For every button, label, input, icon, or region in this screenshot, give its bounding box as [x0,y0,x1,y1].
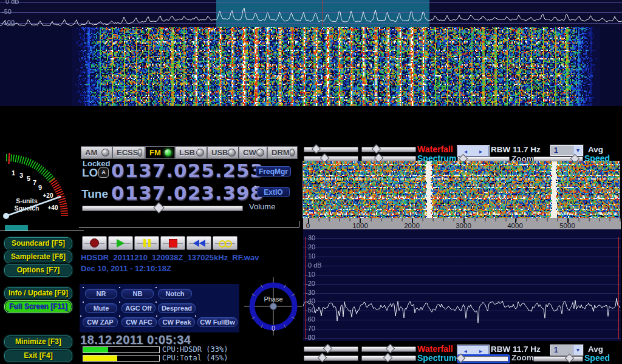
rewind-icon [193,240,205,247]
record-button[interactable] [82,236,107,250]
af-waterfall-frame [302,161,620,218]
cpu-hdsdr-text: CPU:HDSDR (33%) [162,345,228,354]
s-meter-label: +20 [43,192,53,199]
pause-button[interactable] [134,236,159,250]
af-db-label: 10 [308,252,315,260]
mute-button[interactable]: Mute [85,303,117,313]
hdsdr-window: 137000 137005 137010 137015 137020 13702… [0,0,622,364]
mode-cw[interactable]: CW [239,146,267,159]
wf-brightness-slider-bottom[interactable] [304,346,358,352]
play-button[interactable] [108,236,133,250]
sidebar-fullscreen[interactable]: Full Screen [F11] [4,300,72,313]
sidebar-soundcard[interactable]: Soundcard [F5] [4,237,72,250]
agc-off-button[interactable]: AGC Off [121,303,156,313]
mode-led [164,149,172,157]
mode-usb[interactable]: USB [207,146,239,159]
sidebar-info-update[interactable]: Info / Update [F9] [4,287,72,300]
mode-button-row: AM ECSS FM LSB USB CW DRM [81,146,298,159]
s-meter-peak-marker [9,153,10,164]
af-tick: 5000 [548,222,587,229]
volume-slider[interactable] [82,206,243,211]
spin-left-icon[interactable]: ◂ [464,348,467,354]
sidebar-options[interactable]: Options [F7] [4,264,72,277]
notch-button[interactable]: Notch [158,289,192,298]
sp-offset-slider-bottom[interactable] [361,356,416,361]
avg-dropdown-bottom[interactable]: 1▾ [550,345,583,356]
tune-frequency[interactable]: 0137.023.398 [111,182,264,204]
volume-slider-thumb[interactable] [153,202,164,213]
sidebar-minimize[interactable]: Minimize [F3] [4,335,72,348]
spin-left-icon[interactable]: ◂ [464,148,467,155]
spectrum-label-bottom: Spectrum [417,353,457,363]
loop-button[interactable] [213,236,238,250]
af-db-label: -60 [306,315,315,323]
rf-spectrum-panel[interactable]: 0 dB -50 -100 [0,0,622,27]
mode-fm[interactable]: FM [145,146,175,159]
wf-contrast-slider-bottom[interactable] [361,346,416,352]
mode-led [138,149,142,157]
mode-drm[interactable]: DRM [267,146,298,159]
volume-label: Volume [249,202,275,211]
freqmgr-button[interactable]: FreqMgr [256,166,291,177]
af-spectrum[interactable] [303,229,621,341]
s-meter-label: 9 [38,184,42,191]
mode-led [290,149,295,157]
speed-label-bottom: Speed [584,353,610,363]
stop-button[interactable] [160,236,185,250]
cw-zap-button[interactable]: CW ZAP [83,317,118,327]
phase-value: 0 [272,325,275,332]
af-db-label: 30 [308,234,315,241]
lo-auto-button[interactable]: A [98,167,109,178]
spin-right-icon[interactable]: ▸ [479,148,482,155]
af-db-label: -30 [306,289,315,296]
af-db-label: -80 [306,334,315,341]
af-tick: 4000 [496,222,535,229]
af-frequency-scale[interactable]: 0 1000 2000 3000 4000 5000 [303,218,621,229]
nb-button[interactable]: NB [121,289,154,298]
mode-ecss[interactable]: ECSS [112,146,145,159]
phase-label: Phase [264,295,282,303]
rewind-button[interactable] [186,236,211,250]
sp-range-slider-bottom[interactable] [304,356,358,361]
af-db-label: -70 [306,325,315,332]
cpu-total-fill [83,356,117,361]
phase-scope: Phase 0 [244,277,302,335]
cw-peak-button[interactable]: CW Peak [159,317,195,327]
sidebar-exit[interactable]: Exit [F4] [4,349,72,362]
speed-slider-bottom[interactable] [533,356,583,362]
despread-button[interactable]: Despread [158,303,196,313]
lo-frequency[interactable]: 0137.025.253 [111,160,264,181]
rf-db-0: 0 dB [5,0,19,5]
wf-brightness-slider-top[interactable] [304,147,358,152]
loop-icon [219,240,232,247]
s-meter-label: 1 [12,169,15,177]
extio-button[interactable]: ExtIO [257,187,290,197]
af-waterfall[interactable] [303,161,620,218]
zoom-slider-bottom[interactable] [459,356,508,362]
mode-led [256,149,264,157]
nr-button[interactable]: NR [85,289,117,298]
transport-bar [82,236,241,250]
squelch-bar[interactable] [5,225,28,231]
mode-lsb[interactable]: LSB [175,146,207,159]
record-icon [90,238,99,248]
cw-fullbw-button[interactable]: CW FullBw [197,317,238,327]
spin-right-icon[interactable]: ▸ [479,348,482,354]
avg-dropdown-top[interactable]: 1▾ [550,145,583,156]
lo-label: LO [82,166,98,180]
wf-contrast-slider-top[interactable] [361,147,416,152]
waterfall-label-bottom: Waterfall [417,344,453,354]
chevron-down-icon[interactable]: ▾ [573,345,583,355]
sidebar-samplerate[interactable]: Samplerate [F6] [4,251,72,263]
s-meter-pivot [3,213,9,219]
mode-am[interactable]: AM [81,146,112,159]
avg-label-bottom: Avg [588,345,603,354]
cw-afc-button[interactable]: CW AFC [121,317,157,327]
mode-led [228,149,236,157]
af-spectrum-panel[interactable]: 30 20 10 0 dB -10 -20 -30 -40 -50 -60 -7… [303,229,621,341]
rf-spectrum[interactable] [0,0,622,27]
mode-led [196,149,204,157]
s-meter-label: 7 [33,179,36,186]
cpu-total-bar [83,355,160,362]
s-meter-label: 3 [19,172,23,179]
